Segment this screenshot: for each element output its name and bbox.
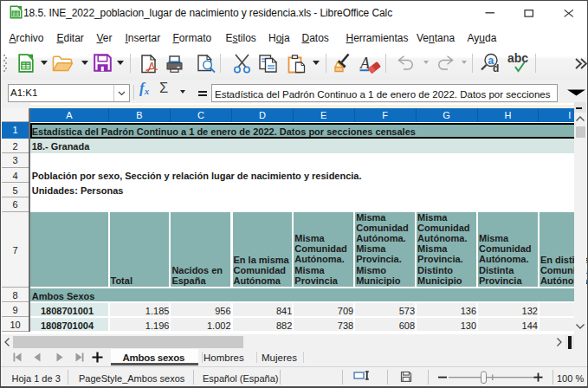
svg-text:abc: abc	[507, 53, 528, 65]
svg-text:d: d	[493, 62, 499, 74]
